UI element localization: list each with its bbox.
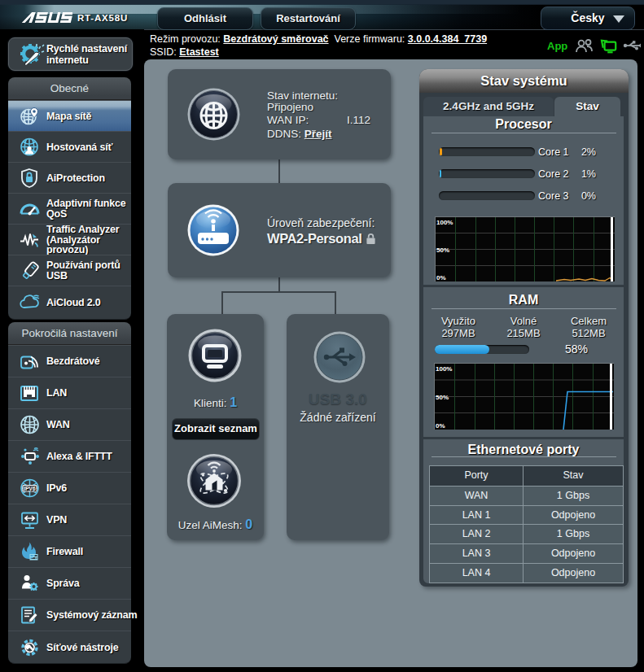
svg-text:50%: 50% <box>436 394 449 401</box>
svg-text:IPV6: IPV6 <box>24 486 35 491</box>
svg-text:50%: 50% <box>436 247 449 254</box>
svg-text:0%: 0% <box>436 274 446 281</box>
svg-text:100%: 100% <box>436 365 452 373</box>
svg-text:0%: 0% <box>436 422 445 430</box>
svg-text:100%: 100% <box>436 219 453 226</box>
